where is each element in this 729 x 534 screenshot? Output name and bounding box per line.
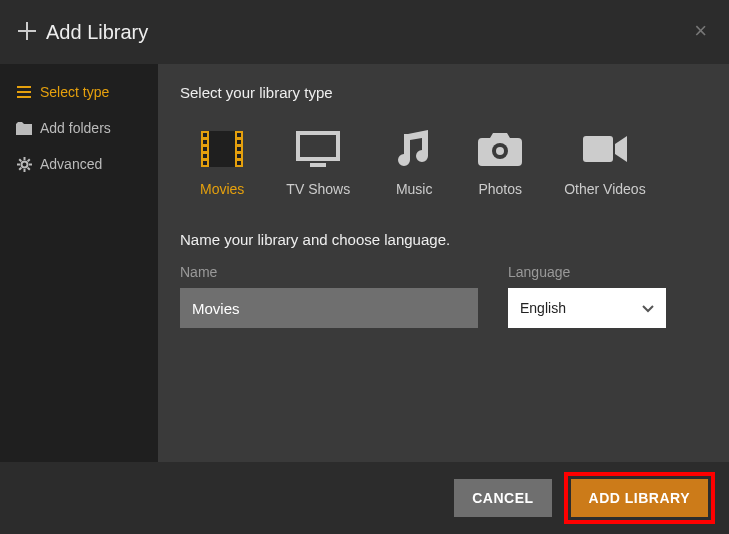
svg-rect-7 bbox=[203, 161, 207, 165]
music-icon bbox=[392, 129, 436, 169]
close-icon[interactable]: × bbox=[694, 20, 707, 42]
field-row: Name Language English bbox=[180, 264, 707, 328]
svg-rect-12 bbox=[237, 161, 241, 165]
name-input[interactable] bbox=[180, 288, 478, 328]
type-tv-shows[interactable]: TV Shows bbox=[286, 129, 350, 197]
dialog-footer: CANCEL ADD LIBRARY bbox=[0, 462, 729, 534]
camera-icon bbox=[478, 129, 522, 169]
svg-rect-14 bbox=[310, 163, 326, 167]
svg-rect-6 bbox=[203, 154, 207, 158]
language-label: Language bbox=[508, 264, 666, 280]
svg-rect-9 bbox=[237, 140, 241, 144]
plus-icon bbox=[18, 22, 36, 43]
add-library-button[interactable]: ADD LIBRARY bbox=[571, 479, 708, 517]
sidebar-item-label: Add folders bbox=[40, 120, 111, 136]
film-icon bbox=[200, 129, 244, 169]
add-library-highlight: ADD LIBRARY bbox=[564, 472, 715, 524]
svg-rect-10 bbox=[237, 147, 241, 151]
svg-rect-8 bbox=[237, 133, 241, 137]
add-library-dialog: Add Library × Select type Add folders bbox=[0, 0, 729, 534]
tv-icon bbox=[296, 129, 340, 169]
type-music[interactable]: Music bbox=[392, 129, 436, 197]
sidebar: Select type Add folders Advanced bbox=[0, 64, 158, 462]
folder-icon bbox=[16, 122, 32, 135]
chevron-down-icon bbox=[642, 300, 654, 316]
svg-rect-3 bbox=[203, 133, 207, 137]
type-label: TV Shows bbox=[286, 181, 350, 197]
svg-point-0 bbox=[21, 161, 27, 167]
type-photos[interactable]: Photos bbox=[478, 129, 522, 197]
svg-rect-2 bbox=[209, 131, 235, 167]
list-icon bbox=[16, 86, 32, 98]
type-movies[interactable]: Movies bbox=[200, 129, 244, 197]
svg-rect-5 bbox=[203, 147, 207, 151]
dialog-body: Select type Add folders Advanced Select … bbox=[0, 64, 729, 462]
name-field-group: Name bbox=[180, 264, 478, 328]
section-title: Select your library type bbox=[180, 84, 707, 101]
main-panel: Select your library type Movies bbox=[158, 64, 729, 462]
name-label: Name bbox=[180, 264, 478, 280]
video-icon bbox=[583, 129, 627, 169]
sidebar-item-add-folders[interactable]: Add folders bbox=[0, 110, 158, 146]
svg-point-16 bbox=[496, 147, 504, 155]
language-select[interactable]: English bbox=[508, 288, 666, 328]
dialog-title: Add Library bbox=[46, 21, 148, 44]
svg-rect-13 bbox=[298, 133, 338, 159]
svg-rect-17 bbox=[583, 136, 613, 162]
type-label: Photos bbox=[478, 181, 522, 197]
type-label: Other Videos bbox=[564, 181, 645, 197]
sidebar-item-select-type[interactable]: Select type bbox=[0, 74, 158, 110]
type-label: Movies bbox=[200, 181, 244, 197]
dialog-header: Add Library × bbox=[0, 0, 729, 64]
type-other-videos[interactable]: Other Videos bbox=[564, 129, 645, 197]
cancel-button[interactable]: CANCEL bbox=[454, 479, 551, 517]
language-value: English bbox=[520, 300, 566, 316]
gear-icon bbox=[16, 157, 32, 172]
sidebar-item-advanced[interactable]: Advanced bbox=[0, 146, 158, 182]
type-label: Music bbox=[396, 181, 433, 197]
svg-rect-4 bbox=[203, 140, 207, 144]
name-language-prompt: Name your library and choose language. bbox=[180, 231, 707, 248]
svg-rect-11 bbox=[237, 154, 241, 158]
sidebar-item-label: Select type bbox=[40, 84, 109, 100]
language-field-group: Language English bbox=[508, 264, 666, 328]
sidebar-item-label: Advanced bbox=[40, 156, 102, 172]
library-type-row: Movies TV Shows Music bbox=[180, 129, 707, 197]
